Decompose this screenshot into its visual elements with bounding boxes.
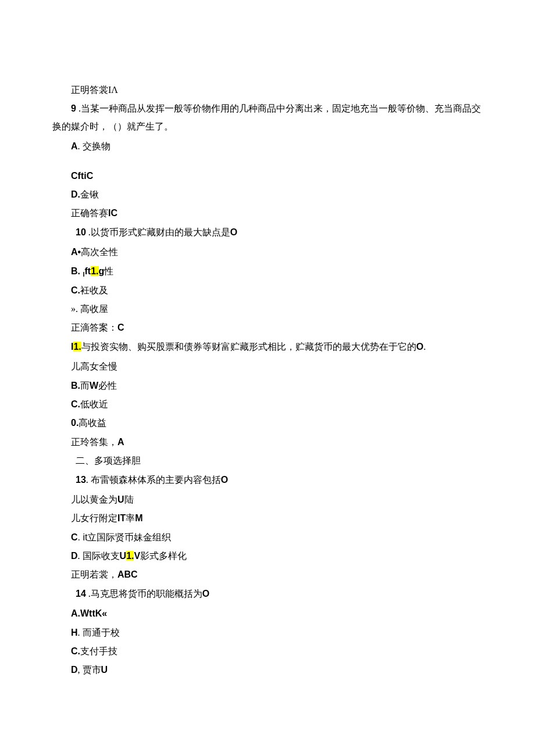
- option-c-tail: 立国际贤币妹金组织: [87, 532, 171, 542]
- q11-dot: .: [423, 342, 426, 352]
- q14-text: .马克思将货币的职能概括为: [86, 589, 202, 599]
- option-label-d: D: [71, 551, 78, 561]
- option-label-c: C.: [71, 646, 80, 656]
- q13-option-a: 儿以黄金为U陆: [52, 491, 483, 508]
- q11-option-b: B.而W必性: [52, 377, 483, 395]
- highlight-text: 1.: [91, 266, 98, 276]
- q14-option-b: H. 而通于校: [52, 624, 483, 642]
- section-2-heading: 二、多项选择胆: [52, 452, 483, 470]
- option-label-b: B.: [71, 381, 80, 390]
- q11-option-d: 0.高收益: [52, 414, 483, 432]
- option-label-d: D: [71, 665, 78, 675]
- q11-option-a: 儿高女全慢: [52, 358, 483, 375]
- option-d-text: 高收益: [79, 418, 106, 428]
- answer-prefix: 正明若裳，: [71, 569, 117, 579]
- q13-option-c: C. it立国际贤币妹金组织: [52, 529, 483, 546]
- option-d-text: . 国际收支: [78, 551, 120, 561]
- q10-end: O: [230, 227, 237, 237]
- option-label-c: C: [71, 532, 78, 542]
- q13-text: . 布雷顿森林体系的主要内容包括: [86, 475, 221, 485]
- q14-option-d: D, 贾市U: [52, 661, 483, 679]
- answer-prefix: 正滴答案：: [71, 323, 117, 332]
- q14-option-a: A.WttK«: [52, 605, 483, 622]
- option-a-tail: 陆: [124, 495, 134, 504]
- option-b-tail: 性: [104, 266, 113, 276]
- option-label-d: D.: [71, 189, 80, 199]
- option-b-tail: 必性: [98, 381, 117, 390]
- option-label-c: C.: [71, 399, 80, 409]
- q10-option-d: ». 高收屋: [52, 300, 483, 318]
- option-a-u: U: [117, 495, 124, 504]
- q13-option-b: 儿女行附定IT率M: [52, 510, 483, 527]
- question-11: I1.与投资实物、购买股票和债券等财富贮藏形式相比，贮藏货币的最大优势在于它的O…: [52, 338, 483, 356]
- option-label-a: A: [71, 141, 78, 151]
- answer-line-8: 正明答裳IΛ: [52, 81, 483, 99]
- q13-option-d: D. 国际收支U1.V影式多样化: [52, 547, 483, 565]
- q11-o: O: [416, 342, 423, 352]
- option-b-m: M: [135, 513, 142, 523]
- q13-answer: 正明若裳，ABC: [52, 566, 483, 583]
- q11-answer: 正玲答集，A: [52, 433, 483, 451]
- highlight-text: 1.: [73, 342, 81, 352]
- option-b-text: 而: [80, 381, 90, 390]
- option-b-end: g: [99, 266, 105, 276]
- question-9: 9 .当某一种商品从发挥一般等价物作用的几种商品中分离出来，固定地充当一般等价物…: [52, 100, 483, 135]
- option-label-d: 0.: [71, 418, 79, 428]
- option-d-v: V: [134, 551, 140, 561]
- q10-option-a: A•高次全性: [52, 243, 483, 261]
- q9-text: .当某一种商品从发挥一般等价物作用的几种商品中分离出来，固定地充当一般等价物、充…: [52, 103, 481, 131]
- option-c-text: 低收近: [80, 399, 108, 409]
- option-d-tail: 影式多样化: [140, 551, 187, 561]
- option-d-u: U: [120, 551, 127, 561]
- q13-number: 13: [76, 475, 86, 485]
- q10-text: .以货币形式贮藏财由的最大缺点是: [86, 227, 230, 237]
- question-10: 10 .以货币形式贮藏财由的最大缺点是O: [52, 224, 483, 241]
- option-b-mid: 率: [126, 513, 135, 523]
- option-b-text: . 而通于校: [78, 628, 120, 637]
- option-label-c: C.: [71, 285, 80, 295]
- option-a-text: . 交换物: [78, 141, 110, 151]
- q9-answer: 正确答赛IC: [52, 205, 483, 222]
- highlight-text: 1.: [126, 551, 134, 561]
- q13-end: O: [221, 475, 228, 485]
- option-b-it: IT: [117, 513, 126, 523]
- option-a-text: 高次全性: [81, 247, 118, 257]
- answer-prefix: 正玲答集，: [71, 437, 117, 447]
- option-label-b: B.: [71, 266, 83, 276]
- q11-text: 与投资实物、购买股票和债券等财富贮藏形式相比，贮藏货币的最大优势在于它的: [81, 342, 416, 352]
- q9-option-c: CftiC: [52, 167, 483, 185]
- question-13: 13. 布雷顿森林体系的主要内容包括O: [52, 471, 483, 489]
- option-a-text: 儿以黄金为: [71, 495, 117, 504]
- option-label-h: H: [71, 628, 78, 637]
- option-c-text: 衽收及: [80, 285, 108, 295]
- answer-value: C: [117, 323, 124, 332]
- q10-number: 10: [76, 227, 86, 237]
- q11-option-c: C.低收近: [52, 396, 483, 413]
- option-c-text: 支付手技: [80, 646, 117, 656]
- answer-prefix: 正确答赛: [71, 208, 108, 218]
- option-d-text: 金锹: [80, 189, 99, 199]
- q10-answer: 正滴答案：C: [52, 319, 483, 336]
- option-c-it: . it: [78, 532, 88, 542]
- q10-option-b: B. Ift1.g性: [52, 263, 483, 281]
- question-14: 14 .马克思将货币的职能概括为O: [52, 585, 483, 603]
- q9-number: 9: [71, 103, 76, 113]
- q10-option-c: C.衽收及: [52, 282, 483, 299]
- option-b-text: 儿女行附定: [71, 513, 117, 523]
- option-d-text: , 贾市: [78, 665, 101, 675]
- q9-option-a: A. 交换物: [52, 138, 483, 155]
- option-b-mid: ft: [85, 266, 91, 276]
- answer-value: IC: [108, 208, 117, 218]
- q14-end: O: [202, 589, 209, 599]
- q9-option-d: D.金锹: [52, 186, 483, 203]
- option-d-u: U: [101, 665, 108, 675]
- answer-value: ABC: [117, 569, 138, 579]
- option-label-a: A•: [71, 247, 81, 257]
- q14-option-c: C.支付手技: [52, 643, 483, 660]
- q14-number: 14: [76, 589, 86, 599]
- answer-value: A: [117, 437, 124, 447]
- option-b-w: W: [90, 381, 98, 390]
